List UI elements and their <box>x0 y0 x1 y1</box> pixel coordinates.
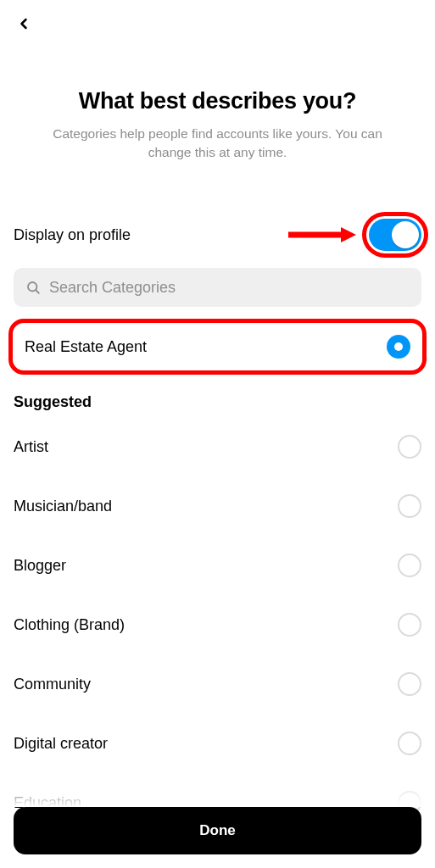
display-on-profile-toggle[interactable] <box>369 219 421 251</box>
content-area: What best describes you? Categories help… <box>0 88 435 815</box>
category-label: Artist <box>14 438 48 456</box>
display-on-profile-row: Display on profile <box>14 219 421 251</box>
radio-empty-icon <box>398 613 421 637</box>
category-label: Musician/band <box>14 498 112 515</box>
radio-empty-icon <box>398 435 421 459</box>
selected-category-label: Real Estate Agent <box>25 338 147 356</box>
radio-empty-icon <box>398 732 421 755</box>
category-row-musician[interactable]: Musician/band <box>14 494 421 518</box>
radio-empty-icon <box>398 554 421 577</box>
svg-line-3 <box>36 291 39 294</box>
category-label: Clothing (Brand) <box>14 616 125 634</box>
display-on-profile-label: Display on profile <box>14 226 131 244</box>
category-row-clothing[interactable]: Clothing (Brand) <box>14 613 421 637</box>
search-icon <box>25 280 41 295</box>
svg-marker-1 <box>341 227 356 242</box>
annotation-arrow-icon <box>288 227 356 242</box>
search-input[interactable] <box>49 279 410 297</box>
page-subtitle: Categories help people find accounts lik… <box>14 125 421 161</box>
category-row-blogger[interactable]: Blogger <box>14 554 421 577</box>
category-row-digital-creator[interactable]: Digital creator <box>14 732 421 755</box>
category-label: Blogger <box>14 557 66 575</box>
category-label: Digital creator <box>14 735 108 753</box>
category-label: Community <box>14 676 91 693</box>
radio-empty-icon <box>398 672 421 696</box>
toggle-wrap <box>369 219 421 251</box>
radio-selected-icon <box>387 335 410 359</box>
selected-category-row[interactable]: Real Estate Agent <box>8 319 427 375</box>
back-button[interactable] <box>7 7 41 41</box>
toggle-knob <box>392 221 419 248</box>
category-row-community[interactable]: Community <box>14 672 421 696</box>
suggested-heading: Suggested <box>14 393 421 411</box>
category-row-artist[interactable]: Artist <box>14 435 421 459</box>
radio-empty-icon <box>398 494 421 518</box>
done-button[interactable]: Done <box>14 807 421 854</box>
done-bar: Done <box>14 807 421 854</box>
header-bar <box>0 0 435 47</box>
search-categories-box[interactable] <box>14 268 421 307</box>
page-title: What best describes you? <box>14 88 421 114</box>
chevron-left-icon <box>15 15 32 32</box>
